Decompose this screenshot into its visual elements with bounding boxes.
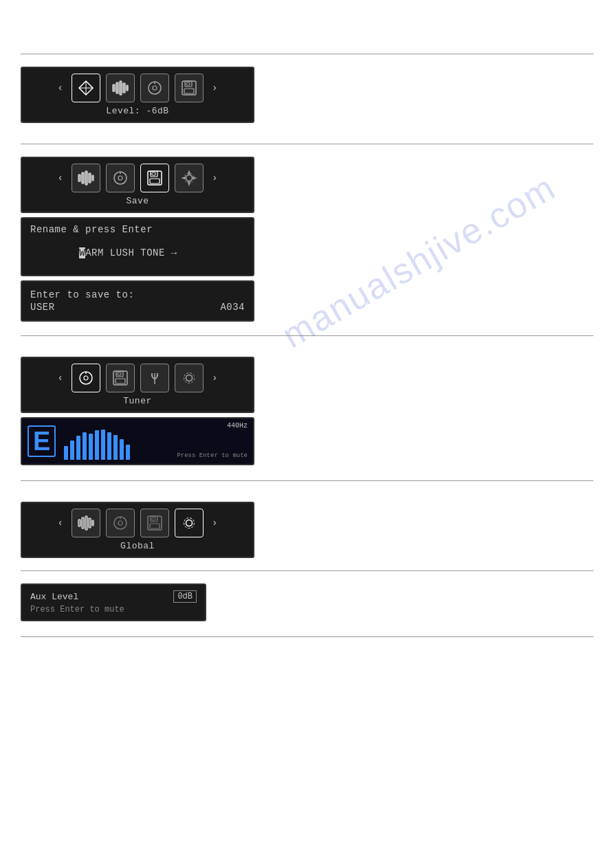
rename-line2: WARM LUSH TONE →: [30, 236, 245, 269]
svg-rect-43: [85, 516, 87, 530]
save-icon-floppy[interactable]: [140, 164, 169, 192]
save-to-line2: USER A034: [30, 302, 245, 313]
svg-rect-14: [186, 82, 190, 85]
tuner-freq: 440Hz: [227, 422, 248, 430]
save-right-arrow[interactable]: ›: [209, 171, 220, 185]
level-right-arrow[interactable]: ›: [209, 81, 220, 95]
svg-point-53: [186, 520, 193, 526]
tuner-left-arrow[interactable]: ‹: [55, 371, 66, 385]
aux-line1: Aux Level 0dB: [30, 590, 197, 603]
icon-diamond[interactable]: [72, 74, 100, 102]
svg-rect-19: [92, 175, 94, 181]
rename-text: ARM LUSH TONE →: [85, 247, 177, 258]
tuner-bar-9: [113, 435, 118, 460]
save-to-panel: Enter to save to: USER A034: [21, 280, 254, 322]
level-desc: [254, 67, 593, 123]
divider-5: [21, 570, 593, 571]
svg-rect-35: [118, 372, 121, 375]
level-left-arrow[interactable]: ‹: [55, 81, 66, 95]
svg-rect-13: [184, 89, 194, 93]
global-icon-waveform[interactable]: [72, 509, 100, 537]
svg-rect-17: [85, 171, 87, 185]
svg-rect-41: [78, 520, 80, 526]
tuner-right-arrow[interactable]: ›: [209, 371, 220, 385]
tuner-graph: 440Hz Press Enter to mute: [64, 422, 248, 460]
tuner-bar-5: [89, 434, 93, 460]
svg-rect-16: [82, 173, 84, 183]
tuner-icon-toolbar: ‹: [29, 364, 246, 392]
global-toolbar-panel: ‹: [21, 502, 254, 558]
tuner-bar-7: [101, 430, 105, 460]
aux-panel: Aux Level 0dB Press Enter to mute: [21, 583, 206, 621]
aux-title: Aux Level: [30, 592, 78, 602]
save-to-line1: Enter to save to:: [30, 289, 245, 300]
svg-point-30: [84, 376, 88, 380]
tuner-toolbar-panel: ‹: [21, 357, 254, 413]
rename-panel: Rename & press Enter WARM LUSH TONE →: [21, 217, 254, 276]
save-icon-dial[interactable]: [106, 164, 135, 192]
global-icon-save[interactable]: [140, 509, 169, 537]
svg-rect-4: [116, 82, 118, 93]
tuner-display-desc: [254, 417, 593, 465]
save-icon-gear[interactable]: [175, 164, 204, 192]
aux-value: 0dB: [173, 590, 197, 603]
svg-rect-18: [89, 173, 91, 183]
svg-rect-5: [120, 81, 122, 95]
tuner-icon-gear[interactable]: [175, 364, 204, 392]
svg-rect-44: [89, 518, 91, 528]
icon-dial[interactable]: [140, 74, 169, 102]
divider-2: [21, 144, 593, 144]
svg-point-27: [186, 175, 193, 181]
tuner-bar-11: [126, 445, 130, 460]
level-toolbar-panel: ‹: [21, 67, 254, 123]
tuner-bar-2: [70, 441, 74, 460]
tuner-icon-dial[interactable]: [72, 364, 100, 392]
tuner-mute-text: Press Enter to mute: [177, 452, 248, 459]
save-to-slot: A034: [220, 302, 245, 313]
save-icon-toolbar: ‹: [29, 164, 246, 192]
icon-save[interactable]: [175, 74, 204, 102]
save-label: Save: [126, 196, 149, 206]
tuner-bar-1: [64, 446, 68, 460]
global-right-arrow[interactable]: ›: [209, 516, 220, 530]
tuner-icon-fork[interactable]: [140, 364, 169, 392]
icon-waveform[interactable]: [106, 74, 135, 102]
svg-rect-52: [152, 518, 155, 520]
global-icon-dial[interactable]: [106, 509, 135, 537]
save-to-desc: [254, 280, 593, 322]
divider-3: [21, 335, 593, 336]
global-desc: [254, 502, 593, 558]
svg-rect-51: [150, 524, 160, 528]
level-toolbar-section: ‹: [21, 67, 593, 123]
global-icon-gear[interactable]: [175, 509, 204, 537]
level-icon-toolbar: ‹: [29, 74, 246, 102]
save-left-arrow[interactable]: ‹: [55, 171, 66, 185]
svg-rect-6: [123, 83, 125, 93]
save-to-section: Enter to save to: USER A034: [21, 280, 593, 322]
rename-cursor: W: [79, 247, 85, 258]
aux-mute-text: Press Enter to mute: [30, 605, 197, 614]
global-icon-toolbar: ‹: [29, 509, 246, 537]
save-desc: [254, 157, 593, 213]
global-label: Global: [120, 541, 155, 551]
tuner-display-panel: E 440Hz Press Enter to mute: [21, 417, 254, 465]
tuner-bar-6: [95, 430, 99, 460]
global-left-arrow[interactable]: ‹: [55, 516, 66, 530]
svg-rect-3: [113, 85, 115, 91]
aux-desc: [206, 583, 593, 621]
svg-point-47: [118, 521, 122, 525]
tuner-toolbar-desc: [254, 357, 593, 413]
tuner-label: Tuner: [123, 396, 152, 406]
svg-rect-34: [116, 379, 125, 383]
top-divider: [21, 54, 593, 54]
level-label: Level: -6dB: [106, 106, 168, 116]
rename-line1: Rename & press Enter: [30, 224, 245, 235]
svg-rect-25: [150, 179, 160, 183]
divider-4: [21, 480, 593, 481]
save-icon-waveform[interactable]: [72, 164, 100, 192]
svg-rect-15: [78, 175, 80, 181]
tuner-bar-3: [76, 436, 80, 460]
tuner-display-section: E 440Hz Press Enter to mute: [21, 417, 593, 465]
tuner-icon-save[interactable]: [106, 364, 135, 392]
tuner-bar-4: [83, 432, 87, 460]
